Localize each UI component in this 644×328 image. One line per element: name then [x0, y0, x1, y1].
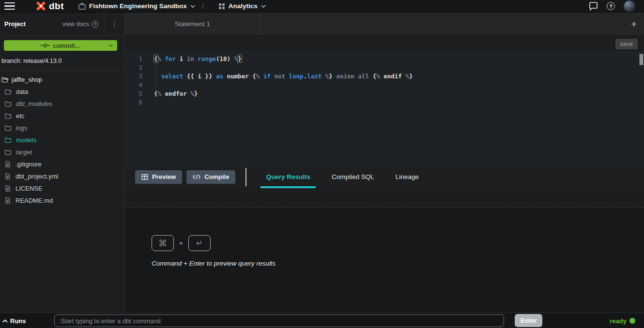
runs-label: Runs [10, 317, 26, 325]
help-question-glyph: ? [607, 2, 615, 10]
code-line-content [142, 63, 154, 72]
folder-open-icon [1, 77, 9, 83]
code-icon [193, 174, 200, 179]
view-docs-link[interactable]: view docs ? [62, 21, 104, 28]
code-line-content: {% for i in range(10) %} [142, 55, 242, 63]
file-icon [5, 197, 11, 204]
commit-button[interactable]: commit... [4, 40, 117, 51]
tree-item-data[interactable]: data [0, 86, 124, 98]
code-line-6[interactable]: 6 [125, 98, 644, 107]
new-tab-button[interactable]: + [624, 13, 644, 35]
status-dot-icon [629, 318, 635, 324]
code-line-2[interactable]: 2 [125, 63, 644, 72]
code-line-content: select {{ i }} as number {% if not loop.… [142, 72, 413, 81]
results-panel: Preview Compile Query ResultsCompiled SQ… [125, 165, 644, 313]
tree-item-models[interactable]: models [0, 134, 124, 146]
code-line-content [142, 81, 154, 89]
chevron-down-icon [261, 5, 266, 8]
code-line-1[interactable]: 1{% for i in range(10) %} [125, 55, 644, 63]
project-selector[interactable]: Analytics [218, 2, 266, 10]
folder-icon [5, 101, 11, 107]
command-bar: Runs Enter ready [0, 313, 644, 328]
enter-button[interactable]: Enter [515, 314, 542, 327]
plus-separator: + [179, 239, 183, 247]
tab-lineage[interactable]: Lineage [385, 165, 429, 188]
sidebar-menu-icon[interactable]: ⋮ [104, 13, 124, 36]
code-line-3[interactable]: 3 select {{ i }} as number {% if not loo… [125, 72, 644, 81]
results-header-strip [125, 188, 644, 208]
top-bar-actions: ? [589, 0, 644, 12]
branch-label: branch: release/4.13.0 [0, 51, 124, 71]
file-icon [5, 185, 11, 192]
preview-button[interactable]: Preview [135, 170, 182, 184]
tab-label: Lineage [396, 173, 419, 180]
line-number: 2 [125, 63, 142, 72]
preview-button-label: Preview [152, 173, 176, 180]
dbt-cloud-ide: dbt Fishtown Engineering Sandbox / Analy… [0, 0, 644, 328]
dbt-logo: dbt [35, 0, 64, 12]
file-icon [5, 173, 11, 179]
tree-item-label: LICENSE [15, 185, 43, 192]
tree-item-dbt-modules[interactable]: dbt_modules [0, 98, 124, 110]
save-button[interactable]: save [615, 39, 638, 49]
sidebar-title: Project [0, 20, 26, 28]
user-avatar[interactable] [624, 0, 635, 12]
dbt-logo-icon [35, 0, 47, 12]
results-tabs: Query ResultsCompiled SQLLineage [255, 165, 429, 188]
code-line-content: {% endfor %} [142, 89, 198, 98]
chevron-down-icon [190, 5, 195, 8]
compile-button-label: Compile [204, 173, 229, 180]
compile-button[interactable]: Compile [186, 170, 235, 184]
line-number: 6 [125, 98, 142, 107]
menu-icon[interactable] [0, 0, 19, 13]
folder-icon [5, 149, 11, 155]
folder-icon [5, 113, 11, 119]
tree-item-etc[interactable]: etc [0, 110, 124, 122]
shortcut-hint: Command + Enter to preview query results [152, 260, 644, 267]
tree-item-logs[interactable]: logs [0, 122, 124, 134]
code-line-4[interactable]: 4 [125, 81, 644, 89]
command-key-icon: ⌘ [152, 235, 174, 251]
docs-help-icon: ? [92, 21, 98, 28]
account-selector[interactable]: Fishtown Engineering Sandbox [78, 2, 195, 10]
line-number: 3 [125, 72, 142, 81]
code-line-5[interactable]: 5{% endfor %} [125, 89, 644, 98]
top-bar: dbt Fishtown Engineering Sandbox / Analy… [0, 0, 644, 13]
tree-item-label: dbt_project.yml [15, 173, 58, 180]
chat-icon[interactable] [589, 2, 598, 11]
dbt-command-input[interactable] [54, 314, 504, 327]
grid-icon [218, 3, 225, 10]
code-line-content [142, 98, 154, 107]
tree-item-label: target [16, 149, 32, 156]
tab-statement-1[interactable]: Statement 1 [125, 13, 261, 35]
view-docs-label: view docs [62, 21, 89, 28]
breadcrumb-separator: / [202, 2, 204, 10]
tree-item-label: dbt_modules [16, 100, 52, 107]
tree-item-license[interactable]: LICENSE [0, 182, 124, 194]
tree-item-label: models [16, 136, 36, 144]
editor-toolbar: save [125, 36, 644, 52]
keyboard-shortcut: ⌘ + ↵ [152, 235, 644, 251]
tree-item-dbt-project-yml[interactable]: dbt_project.yml [0, 170, 124, 182]
chevron-down-icon [108, 44, 113, 47]
tree-item-readme-md[interactable]: README.md [0, 194, 124, 207]
table-icon [141, 174, 148, 180]
tab-label: Compiled SQL [332, 173, 374, 180]
runs-toggle[interactable]: Runs [2, 313, 26, 328]
editor-scrollbar[interactable] [639, 54, 644, 65]
help-icon[interactable]: ? [607, 2, 615, 10]
dbt-logo-text: dbt [49, 1, 64, 12]
file-icon [5, 161, 11, 167]
tree-item-jaffle-shop[interactable]: jaffle_shop [0, 74, 124, 86]
file-explorer-sidebar: Project view docs ? ⋮ commit... branch: … [0, 13, 125, 313]
git-commit-icon [41, 43, 50, 48]
project-name: Analytics [229, 2, 258, 10]
code-editor[interactable]: 1{% for i in range(10) %}23 select {{ i … [125, 52, 644, 165]
tree-item--gitignore[interactable]: .gitignore [0, 158, 124, 170]
tab-query-results[interactable]: Query Results [255, 165, 321, 188]
folder-icon [5, 137, 11, 143]
tree-item-target[interactable]: target [0, 146, 124, 158]
status-label: ready [610, 317, 627, 325]
tab-compiled-sql[interactable]: Compiled SQL [321, 165, 385, 188]
toolbar-divider [245, 168, 246, 186]
